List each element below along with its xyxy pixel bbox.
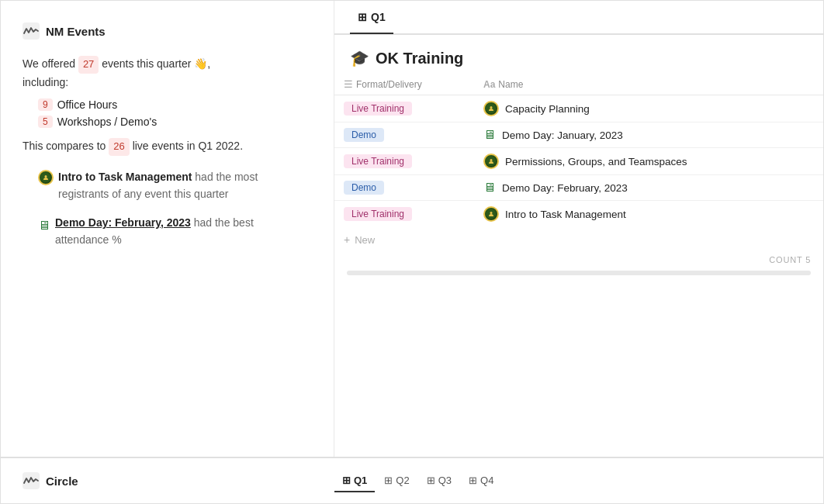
bottom-tab-q2[interactable]: ⊞ Q2 — [376, 470, 417, 492]
tag-demo: Demo — [344, 128, 384, 142]
col-name-label: Name — [498, 79, 523, 90]
section-emoji: 🎓 — [350, 49, 369, 67]
bottom-tab-q3[interactable]: ⊞ Q3 — [419, 470, 459, 492]
list-item: 9 Office Hours — [38, 98, 309, 111]
scrollbar[interactable] — [347, 271, 811, 275]
cell-tag: Demo — [334, 175, 474, 201]
app-header: NM Events — [23, 22, 309, 40]
left-content: We offered 27 events this quarter 👋, inc… — [23, 55, 309, 249]
monitor-icon: 🖥 — [483, 181, 496, 195]
nm-avatar — [483, 206, 499, 222]
btab-table-icon: ⊞ — [427, 475, 435, 486]
left-panel: NM Events We offered 27 events this quar… — [1, 1, 334, 457]
table-row: Live Training Capacity Planning — [334, 95, 823, 123]
table-row: Live Training Permissions, Groups, and T… — [334, 148, 823, 175]
row-4-name: Demo Day: February, 2023 — [502, 182, 628, 194]
new-label: New — [355, 234, 375, 246]
cell-name: 🖥 Demo Day: January, 2023 — [474, 123, 823, 148]
btab-q3-label: Q3 — [438, 475, 452, 486]
bullet-list: 9 Office Hours 5 Workshops / Demo's — [23, 98, 309, 128]
svg-point-8 — [490, 212, 493, 214]
tab-q1-label: Q1 — [371, 11, 386, 23]
highlight-1-text: Intro to Task Management had the most re… — [58, 168, 309, 203]
intro-prefix: We offered — [23, 57, 75, 70]
highlight-2-text: Demo Day: February, 2023 had the best at… — [55, 214, 309, 249]
table-body: Live Training Capacity Planning — [334, 95, 823, 228]
intro-text: We offered 27 events this quarter 👋, inc… — [23, 55, 309, 91]
bottom-left: Circle — [16, 472, 319, 489]
highlight-item-2: 🖥 Demo Day: February, 2023 had the best … — [38, 214, 309, 249]
highlight-item-1: Intro to Task Management had the most re… — [38, 168, 309, 203]
events-count-badge: 27 — [78, 56, 99, 74]
btab-table-icon: ⊞ — [384, 475, 393, 486]
count-value: 5 — [805, 255, 811, 264]
tab-q1[interactable]: ⊞ Q1 — [350, 2, 393, 34]
bottom-tab-q4[interactable]: ⊞ Q4 — [461, 470, 501, 492]
table-area[interactable]: 🎓 OK Training ☰ Format/Delivery — [334, 35, 823, 457]
cell-tag: Live Training — [334, 95, 474, 123]
wave-icon — [23, 22, 40, 40]
compare-text: This compares to 26 live events in Q1 20… — [23, 137, 309, 156]
tag-demo: Demo — [344, 181, 384, 195]
cell-name: Capacity Planning — [474, 95, 823, 123]
svg-point-6 — [490, 159, 493, 161]
section-header: 🎓 OK Training — [334, 35, 823, 74]
main-area: NM Events We offered 27 events this quar… — [1, 1, 823, 457]
row-1-name: Capacity Planning — [505, 103, 590, 115]
app-title: NM Events — [46, 25, 106, 38]
workshops-count: 5 — [38, 116, 53, 128]
workshops-label: Workshops / Demo's — [57, 116, 157, 128]
bottom-left-title: Circle — [46, 475, 78, 488]
btab-q4-label: Q4 — [480, 475, 493, 486]
tag-live-training: Live Training — [344, 154, 412, 168]
bottom-tab-q1[interactable]: ⊞ Q1 — [334, 470, 375, 492]
compare-suffix: live events in Q1 2022. — [133, 140, 243, 152]
intro-suffix: events this quarter 👋, — [102, 57, 210, 70]
cell-name: Permissions, Groups, and Teamspaces — [474, 148, 823, 175]
svg-point-4 — [490, 106, 493, 109]
cell-tag: Demo — [334, 123, 474, 148]
tag-live-training: Live Training — [344, 207, 412, 221]
office-hours-count: 9 — [38, 98, 53, 111]
right-panel: ⊞ Q1 🎓 OK Training ☰ Form — [334, 1, 823, 457]
btab-q1-label: Q1 — [354, 475, 367, 486]
monitor-icon: 🖥 — [38, 216, 50, 236]
nm-avatar — [483, 101, 499, 116]
app-container: NM Events We offered 27 events this quar… — [0, 0, 824, 504]
table-row: Demo 🖥 Demo Day: January, 2023 — [334, 123, 823, 148]
row-2-name: Demo Day: January, 2023 — [502, 129, 623, 141]
table-head: ☰ Format/Delivery Aa Name — [334, 74, 823, 95]
office-hours-label: Office Hours — [57, 98, 118, 111]
bottom-tabs: ⊞ Q1 ⊞ Q2 ⊞ Q3 ⊞ Q4 — [319, 470, 501, 492]
new-row-button[interactable]: + New — [334, 227, 823, 252]
table-row: Demo 🖥 Demo Day: February, 2023 — [334, 175, 823, 201]
tag-live-training: Live Training — [344, 102, 412, 116]
monitor-icon: 🖥 — [483, 128, 496, 142]
highlight-1-bold: Intro to Task Management — [58, 171, 192, 183]
nm-avatar — [483, 154, 499, 169]
section-title: OK Training — [376, 50, 463, 67]
cell-tag: Live Training — [334, 201, 474, 228]
btab-table-icon: ⊞ — [469, 475, 477, 486]
cell-tag: Live Training — [334, 148, 474, 175]
plus-icon: + — [344, 233, 350, 246]
compare-count-badge: 26 — [109, 138, 129, 156]
cell-name: Intro to Task Management — [474, 201, 823, 228]
table-row: Live Training Intro to Task Management — [334, 201, 823, 228]
data-table: ☰ Format/Delivery Aa Name — [334, 74, 823, 227]
btab-table-icon: ⊞ — [342, 475, 351, 486]
list-icon: ☰ — [344, 78, 353, 90]
highlight-list: Intro to Task Management had the most re… — [23, 168, 309, 249]
highlight-2-bold: Demo Day: February, 2023 — [55, 216, 191, 229]
count-label: COUNT — [769, 255, 803, 264]
bottom-wave-icon — [23, 472, 40, 489]
svg-point-2 — [45, 175, 47, 178]
count-row: COUNT 5 — [334, 252, 823, 271]
nm-avatar-icon — [38, 170, 54, 187]
row-3-name: Permissions, Groups, and Teamspaces — [505, 156, 687, 167]
tab-bar: ⊞ Q1 — [334, 1, 823, 35]
header-row: ☰ Format/Delivery Aa Name — [334, 74, 823, 95]
table-icon: ⊞ — [358, 11, 367, 23]
compare-prefix: This compares to — [23, 140, 106, 152]
text-icon: Aa — [483, 79, 495, 90]
